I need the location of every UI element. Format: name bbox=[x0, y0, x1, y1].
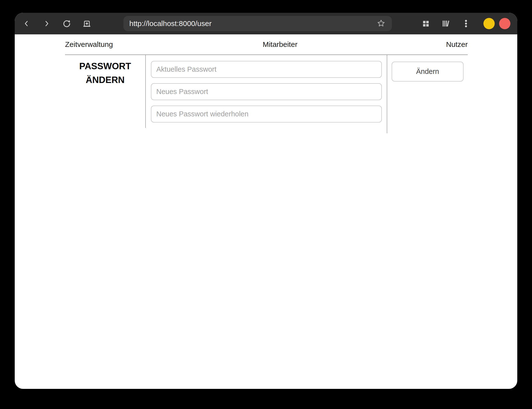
minimize-button[interactable] bbox=[483, 18, 495, 29]
reload-button[interactable] bbox=[61, 18, 73, 29]
password-change-section: PASSWORT ÄNDERN Ändern bbox=[65, 55, 468, 133]
bookmark-button[interactable] bbox=[376, 19, 386, 28]
content-container: Zeitverwaltung Mitarbeiter Nutzer PASSWO… bbox=[65, 34, 468, 133]
forward-button[interactable] bbox=[41, 18, 53, 29]
submit-column: Ändern bbox=[387, 55, 468, 133]
section-title-line2: ÄNDERN bbox=[65, 73, 145, 87]
library-button[interactable] bbox=[440, 18, 452, 29]
bookmark-star-icon bbox=[377, 19, 385, 28]
menu-button[interactable] bbox=[460, 18, 472, 29]
current-password-input[interactable] bbox=[151, 61, 382, 78]
new-tab-icon bbox=[82, 19, 92, 28]
kebab-menu-icon bbox=[462, 19, 470, 28]
section-title: PASSWORT ÄNDERN bbox=[65, 59, 145, 87]
reload-icon bbox=[62, 19, 71, 28]
nav-link-mitarbeiter[interactable]: Mitarbeiter bbox=[263, 40, 297, 49]
url-text: http://localhost:8000/user bbox=[129, 19, 212, 28]
change-password-button[interactable]: Ändern bbox=[392, 62, 464, 82]
page-content: Zeitverwaltung Mitarbeiter Nutzer PASSWO… bbox=[15, 34, 517, 133]
repeat-password-input[interactable] bbox=[151, 106, 382, 123]
password-fields-column bbox=[145, 55, 387, 128]
browser-headerbar: http://localhost:8000/user bbox=[15, 13, 517, 34]
back-icon bbox=[22, 19, 31, 28]
new-tab-button[interactable] bbox=[81, 18, 93, 29]
tab-overview-button[interactable] bbox=[420, 18, 432, 29]
library-books-icon bbox=[441, 19, 451, 28]
close-button[interactable] bbox=[499, 18, 510, 29]
browser-window: http://localhost:8000/user bbox=[15, 13, 517, 389]
new-password-input[interactable] bbox=[151, 83, 382, 100]
tab-overview-grid-icon bbox=[422, 19, 430, 28]
forward-icon bbox=[42, 19, 51, 28]
nav-link-nutzer[interactable]: Nutzer bbox=[446, 40, 468, 49]
back-button[interactable] bbox=[21, 18, 32, 29]
section-title-line1: PASSWORT bbox=[65, 59, 145, 73]
main-nav: Zeitverwaltung Mitarbeiter Nutzer bbox=[65, 34, 468, 55]
url-bar[interactable]: http://localhost:8000/user bbox=[123, 16, 392, 31]
nav-link-zeitverwaltung[interactable]: Zeitverwaltung bbox=[65, 40, 113, 49]
